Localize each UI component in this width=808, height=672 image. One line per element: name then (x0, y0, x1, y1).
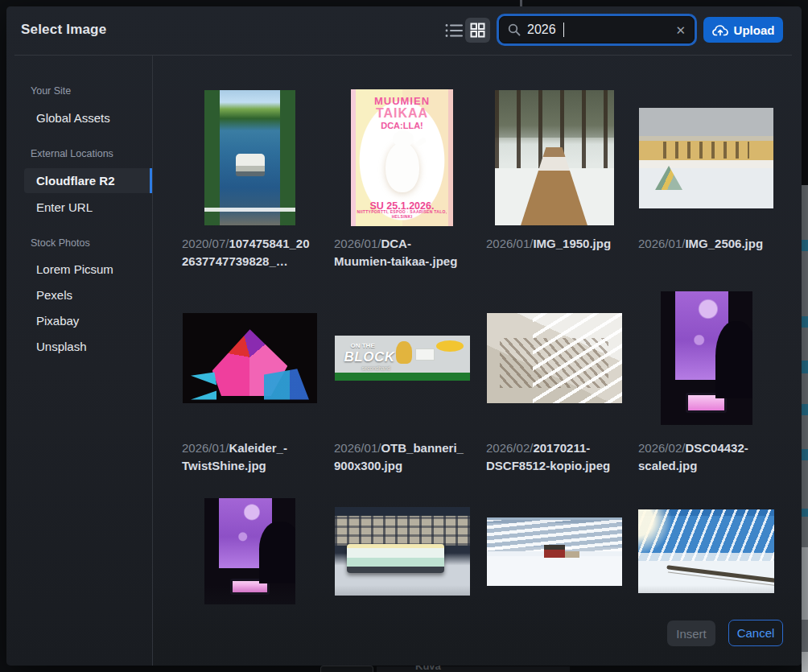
upload-button[interactable]: Upload (703, 17, 783, 43)
clear-search-button[interactable]: ✕ (675, 24, 686, 36)
sidebar-item-cloudflare-r2[interactable]: Cloudflare R2 (24, 168, 152, 193)
asset-filename: 2026/02/20170211-DSCF8512-kopio.jpeg (486, 439, 619, 475)
background-edge-segment (802, 361, 808, 373)
thumbnail-purple-skull-screen[interactable] (661, 291, 752, 425)
asset-filename: 2020/07/107475841_202637747739828_… (182, 235, 315, 270)
banner-sign (415, 348, 435, 361)
asset-filename: 2026/01/IMG_1950.jpg (486, 235, 619, 253)
asset-item[interactable] (638, 491, 774, 612)
asset-item[interactable] (334, 491, 470, 612)
thumbnail-snowy-boardwalk[interactable] (495, 90, 614, 225)
poster-title-line2: TAIKAA (351, 106, 453, 121)
sidebar-section-your-site: Your Site (31, 85, 71, 97)
list-view-icon (445, 23, 463, 38)
asset-item[interactable]: 2026/02/DSC04432-scaled.jpg (638, 291, 774, 475)
thumbnail-purple-skull-screen-2[interactable] (204, 498, 295, 604)
asset-filename: 2026/02/DSC04432-scaled.jpg (638, 439, 771, 475)
search-icon (508, 23, 521, 36)
glowing-tablet (686, 393, 726, 413)
asset-item[interactable]: 2020/07/107475841_202637747739828_… (182, 87, 318, 270)
asset-filename: 2026/01/OTB_banneri_900x300.jpg (334, 439, 467, 475)
grid-view-button[interactable] (465, 18, 490, 43)
sidebar-section-stock-photos: Stock Photos (31, 237, 90, 249)
thumbnail-otb-banner[interactable]: ON THE BLOCK secondhand (335, 336, 470, 381)
thumbnail-ducks-frozen-stream[interactable] (487, 313, 622, 403)
sidebar-item-lorem-picsum[interactable]: Lorem Picsum (36, 262, 113, 276)
sidebar-item-unsplash[interactable]: Unsplash (36, 340, 87, 353)
asset-item[interactable] (486, 491, 622, 612)
background-edge-segment (802, 240, 808, 251)
banner-text-line2: BLOCK (344, 349, 395, 365)
thumbnail-snow-field-red-hut[interactable] (487, 517, 622, 586)
poster-title-line1: MUUMIEN (351, 95, 453, 107)
background-edge-segment (802, 449, 808, 460)
sidebar-item-global-assets[interactable]: Global Assets (36, 111, 110, 125)
sidebar-section-external-locations: External Locations (31, 148, 113, 159)
thumbnail-glowing-tents[interactable] (183, 313, 317, 403)
asset-item[interactable]: ON THE BLOCK secondhand 2026/01/OTB_bann… (334, 291, 470, 475)
cancel-button[interactable]: Cancel (728, 620, 783, 646)
sidebar-item-pexels[interactable]: Pexels (36, 288, 72, 302)
select-image-dialog: Select Image 2026 ✕ (6, 6, 802, 666)
thumbnail-frozen-sea-pier[interactable] (638, 509, 774, 593)
background-page-edge (802, 185, 808, 672)
thumbnail-bus-night-snow[interactable] (335, 507, 470, 596)
asset-item[interactable]: 2026/02/20170211-DSCF8512-kopio.jpeg (486, 291, 622, 475)
list-view-button[interactable] (443, 21, 464, 40)
sidebar-item-pixabay[interactable]: Pixabay (36, 314, 79, 328)
asset-item[interactable] (182, 491, 318, 612)
background-edge-segment (802, 316, 808, 328)
upload-label: Upload (734, 23, 775, 37)
text-caret (563, 23, 565, 37)
background-edge-segment (802, 404, 808, 415)
thumbnail-snowy-playground[interactable] (639, 108, 773, 208)
banner-text-line3: secondhand (362, 365, 390, 371)
asset-filename: 2026/01/DCA-Muumien-taikaa-.jpeg (334, 235, 467, 270)
sidebar-item-enter-url[interactable]: Enter URL (36, 200, 93, 214)
header-divider (14, 55, 792, 56)
background-page-bottom: Kuva (0, 666, 808, 672)
search-value: 2026 (527, 23, 556, 37)
asset-filename: 2026/01/IMG_2506.jpg (638, 235, 771, 253)
moomin-character (385, 142, 419, 192)
search-input[interactable]: 2026 ✕ (499, 16, 695, 43)
cloud-upload-icon (712, 24, 728, 36)
sidebar-divider (152, 56, 153, 666)
thumbnail-moomin-poster[interactable]: MUUMIEN TAIKAA DCA:LLA! SU 25.1.2026. NI… (351, 89, 453, 226)
grid-view-icon (470, 23, 485, 38)
insert-button[interactable]: Insert (667, 620, 715, 646)
glowing-tablet (230, 579, 270, 595)
background-page-bar (377, 666, 570, 672)
asset-item[interactable]: 2026/01/Kaleider_-TwistShine.jpg (182, 291, 318, 475)
poster-venue: NIITTYPORTTI, ESPOO · SAARISEN TALO, HEL… (351, 209, 453, 219)
banner-text-line1: ON THE (351, 342, 375, 349)
thumbnail-canal-lock-boats[interactable] (204, 90, 295, 225)
background-page-tab (320, 666, 373, 672)
background-edge-segment (802, 547, 808, 620)
poster-title-line3: DCA:LLA! (351, 121, 453, 130)
asset-item[interactable]: MUUMIEN TAIKAA DCA:LLA! SU 25.1.2026. NI… (334, 87, 470, 270)
asset-filename: 2026/01/Kaleider_-TwistShine.jpg (182, 439, 315, 475)
asset-item[interactable]: 2026/01/IMG_2506.jpg (638, 87, 774, 253)
asset-item[interactable]: 2026/01/IMG_1950.jpg (486, 87, 622, 253)
background-edge-segment (802, 509, 808, 517)
dialog-title: Select Image (21, 22, 106, 38)
